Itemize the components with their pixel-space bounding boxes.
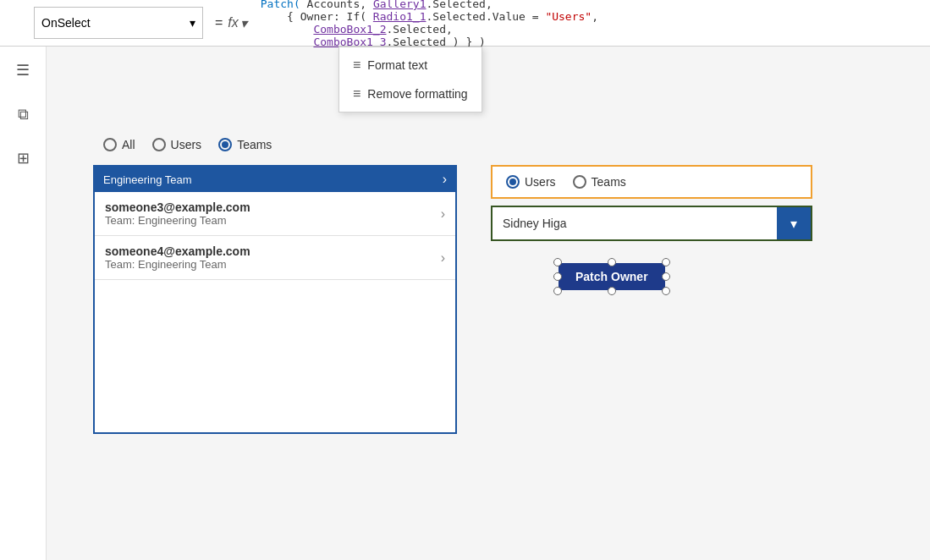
dropdown-chevron-icon[interactable]: ▾: [190, 16, 195, 30]
dropdown-value-label: OnSelect: [41, 16, 91, 30]
gallery-item-team-1: Team: Engineering Team: [105, 258, 250, 271]
gallery-header-arrow-icon: ›: [443, 172, 447, 187]
gallery-item-empty: [95, 280, 455, 432]
gallery-item-text-1: someone4@example.com Team: Engineering T…: [105, 244, 250, 271]
handle-mid-left[interactable]: [553, 272, 562, 281]
handle-bottom-right[interactable]: [662, 287, 670, 295]
handle-bottom-left[interactable]: [553, 287, 562, 295]
radio-box-option-teams[interactable]: Teams: [573, 175, 626, 189]
radio-circle-users: [152, 138, 166, 151]
menu-icon[interactable]: ☰: [8, 55, 38, 85]
gallery-item-chevron-0-icon: ›: [441, 206, 445, 222]
left-sidebar: ☰ ⧉ ⊞: [0, 47, 47, 560]
dropdown-selected-value: Sidney Higa: [493, 210, 777, 237]
right-controls: Users Teams Sidney Higa ▾: [491, 165, 812, 290]
radio-box-circle-users: [506, 175, 520, 189]
radio-label-users: Users: [171, 138, 202, 151]
radio-label-all: All: [122, 138, 135, 151]
gallery-header-label: Engineering Team: [103, 173, 192, 186]
remove-formatting-icon: ≡: [353, 86, 360, 102]
gallery-item-email-0: someone3@example.com: [105, 200, 250, 214]
radio-circle-all: [103, 138, 117, 151]
remove-formatting-menu-item[interactable]: ≡ Remove formatting: [339, 80, 482, 108]
gallery-item-text-0: someone3@example.com Team: Engineering T…: [105, 200, 250, 227]
format-text-menu-item[interactable]: ≡ Format text: [339, 51, 482, 80]
top-radio-group: All Users Teams: [93, 131, 282, 158]
fx-icon: fx ▾: [228, 15, 246, 31]
formula-code-area[interactable]: Patch( Accounts, Gallery1.Selected, { Ow…: [254, 0, 930, 52]
context-menu: ≡ Format text ≡ Remove formatting: [338, 47, 482, 113]
radio-box: Users Teams: [491, 165, 812, 199]
layers-icon[interactable]: ⧉: [8, 99, 38, 129]
radio-box-option-users[interactable]: Users: [506, 175, 556, 189]
formula-bar: OnSelect ▾ = fx ▾ Patch( Accounts, Galle…: [0, 0, 930, 47]
gallery-container: Engineering Team › someone3@example.com …: [93, 165, 457, 434]
gallery-item-0[interactable]: someone3@example.com Team: Engineering T…: [95, 192, 455, 236]
format-text-icon: ≡: [353, 58, 360, 73]
gallery-item-chevron-1-icon: ›: [441, 250, 445, 266]
canvas-area: All Users Teams Engineering Team › someo…: [47, 47, 930, 560]
gallery-item-1[interactable]: someone4@example.com Team: Engineering T…: [95, 236, 455, 280]
gallery-item-email-1: someone4@example.com: [105, 244, 250, 258]
dropdown-arrow-button[interactable]: ▾: [777, 207, 811, 239]
remove-formatting-label: Remove formatting: [367, 87, 467, 101]
gallery-item-team-0: Team: Engineering Team: [105, 214, 250, 227]
radio-option-users[interactable]: Users: [152, 138, 202, 151]
dropdown-arrow-icon: ▾: [790, 216, 797, 232]
handle-top-right[interactable]: [662, 258, 670, 266]
dropdown-box[interactable]: Sidney Higa ▾: [491, 206, 812, 241]
patch-owner-wrapper: Patch Owner: [559, 263, 665, 290]
equals-sign: =: [215, 15, 223, 30]
handle-mid-right[interactable]: [662, 272, 670, 281]
handle-bottom-mid[interactable]: [608, 287, 616, 295]
format-text-label: Format text: [367, 58, 427, 72]
radio-box-circle-teams: [573, 175, 586, 189]
radio-circle-teams: [218, 138, 232, 151]
radio-option-all[interactable]: All: [103, 138, 135, 151]
handle-top-mid[interactable]: [608, 258, 616, 266]
onselect-dropdown[interactable]: OnSelect ▾: [34, 7, 203, 39]
handle-top-left[interactable]: [553, 258, 562, 266]
components-icon[interactable]: ⊞: [8, 143, 38, 173]
gallery-header: Engineering Team ›: [95, 167, 455, 192]
radio-label-teams: Teams: [237, 138, 272, 151]
radio-option-teams[interactable]: Teams: [218, 138, 272, 151]
radio-box-label-teams: Teams: [592, 175, 626, 189]
radio-box-label-users: Users: [525, 175, 556, 189]
app-canvas: All Users Teams Engineering Team › someo…: [93, 80, 922, 560]
